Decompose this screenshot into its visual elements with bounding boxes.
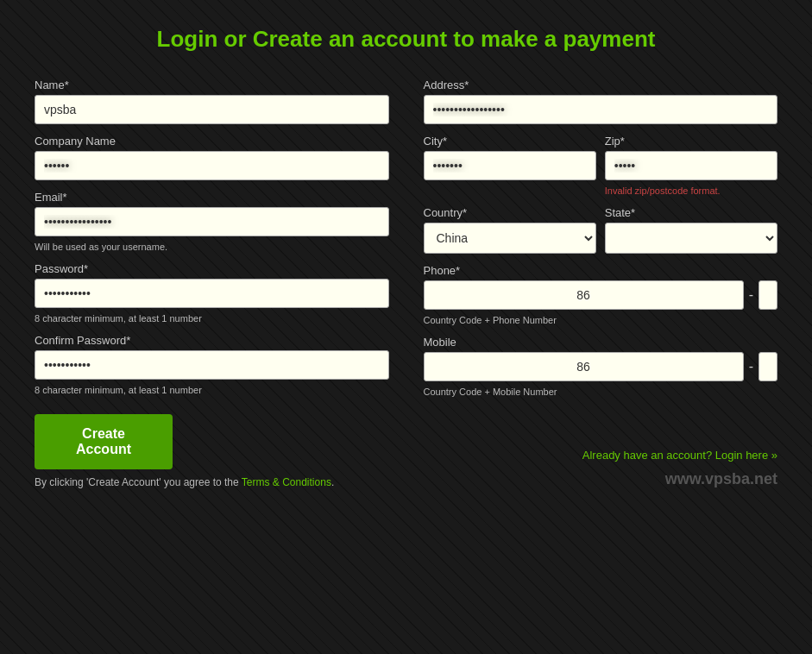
state-label: State* bbox=[605, 206, 777, 219]
country-label: Country* bbox=[424, 206, 596, 219]
password-input[interactable] bbox=[35, 279, 389, 308]
mobile-row: - bbox=[424, 352, 778, 381]
address-field-group: Address* bbox=[424, 79, 778, 124]
password-label: Password* bbox=[35, 262, 389, 275]
terms-text: By clicking 'Create Account' you agree t… bbox=[35, 476, 334, 488]
country-state-row: Country* China United States United King… bbox=[424, 206, 778, 254]
phone-row: - bbox=[424, 280, 778, 310]
email-field-group: Email* Will be used as your username. bbox=[35, 191, 389, 252]
phone-dash: - bbox=[749, 287, 753, 303]
country-field-group: Country* China United States United King… bbox=[424, 206, 596, 254]
page-title: Login or Create an account to make a pay… bbox=[157, 26, 656, 53]
zip-field-group: Zip* Invalid zip/postcode format. bbox=[605, 135, 777, 196]
phone-hint: Country Code + Phone Number bbox=[424, 315, 778, 325]
company-input[interactable] bbox=[35, 151, 389, 180]
phone-field-group: Phone* - Country Code + Phone Number bbox=[424, 264, 778, 325]
state-field-group: State* bbox=[605, 206, 777, 254]
phone-code-input[interactable] bbox=[424, 280, 744, 310]
address-input[interactable] bbox=[424, 95, 778, 124]
name-label: Name* bbox=[35, 79, 389, 91]
city-field-group: City* bbox=[424, 135, 596, 196]
name-field-group: Name* bbox=[35, 79, 389, 124]
city-label: City* bbox=[424, 135, 596, 148]
email-label: Email* bbox=[35, 191, 389, 204]
name-input[interactable] bbox=[35, 95, 389, 124]
state-select[interactable] bbox=[605, 223, 777, 254]
phone-number-input[interactable] bbox=[758, 280, 777, 310]
confirm-password-input[interactable] bbox=[35, 350, 389, 380]
terms-link[interactable]: Terms & Conditions bbox=[242, 476, 331, 488]
phone-label: Phone* bbox=[424, 264, 778, 277]
mobile-field-group: Mobile - Country Code + Mobile Number bbox=[424, 336, 778, 397]
mobile-label: Mobile bbox=[424, 336, 778, 349]
mobile-dash: - bbox=[749, 359, 753, 374]
city-input[interactable] bbox=[424, 151, 596, 180]
zip-label: Zip* bbox=[605, 135, 777, 148]
confirm-password-label: Confirm Password* bbox=[35, 334, 389, 347]
bottom-left: Create Account By clicking 'Create Accou… bbox=[35, 406, 334, 488]
address-label: Address* bbox=[424, 79, 778, 91]
zip-input[interactable] bbox=[605, 151, 777, 180]
mobile-code-input[interactable] bbox=[424, 352, 744, 381]
create-account-button[interactable]: Create Account bbox=[35, 414, 173, 469]
company-field-group: Company Name bbox=[35, 135, 389, 180]
password-field-group: Password* 8 character minimum, at least … bbox=[35, 262, 389, 324]
mobile-number-input[interactable] bbox=[758, 352, 777, 381]
zip-error: Invalid zip/postcode format. bbox=[605, 186, 777, 196]
country-select[interactable]: China United States United Kingdom bbox=[424, 223, 596, 254]
mobile-hint: Country Code + Mobile Number bbox=[424, 387, 778, 397]
password-hint: 8 character minimum, at least 1 number bbox=[35, 313, 389, 324]
watermark: www.vpsba.net bbox=[665, 470, 777, 488]
already-account-link[interactable]: Already have an account? Login here » bbox=[582, 449, 777, 462]
confirm-password-hint: 8 character minimum, at least 1 number bbox=[35, 385, 389, 395]
company-label: Company Name bbox=[35, 135, 389, 148]
bottom-section: Create Account By clicking 'Create Accou… bbox=[35, 406, 777, 488]
confirm-password-field-group: Confirm Password* 8 character minimum, a… bbox=[35, 334, 389, 395]
city-zip-row: City* Zip* Invalid zip/postcode format. bbox=[424, 135, 778, 196]
email-hint: Will be used as your username. bbox=[35, 242, 389, 252]
email-input[interactable] bbox=[35, 207, 389, 236]
